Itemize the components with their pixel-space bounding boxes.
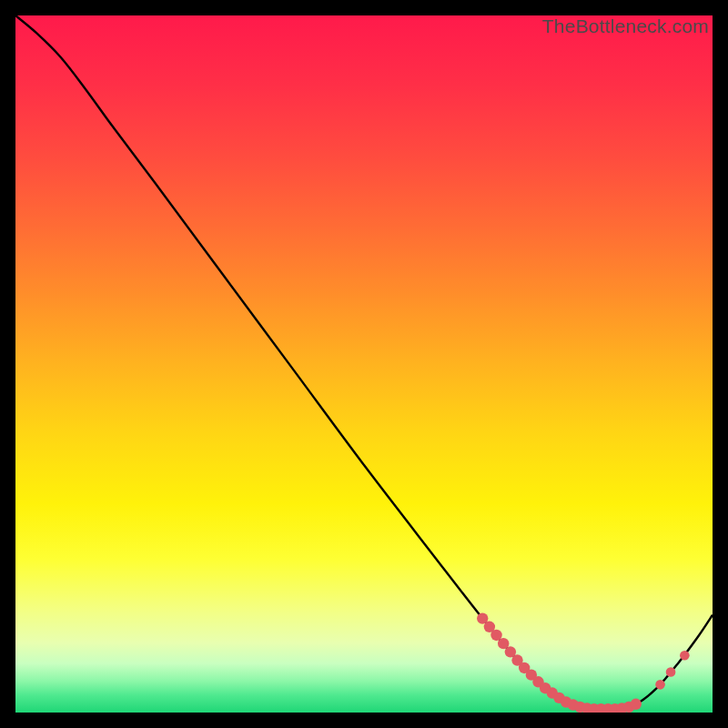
curve-marker — [680, 651, 690, 661]
watermark-text: TheBottleneck.com — [542, 15, 709, 37]
chart-svg — [15, 15, 713, 713]
curve-marker — [666, 667, 676, 677]
curve-marker — [631, 699, 642, 710]
chart-background — [15, 15, 713, 713]
curve-marker — [655, 680, 665, 690]
chart-frame: TheBottleneck.com — [15, 15, 713, 713]
